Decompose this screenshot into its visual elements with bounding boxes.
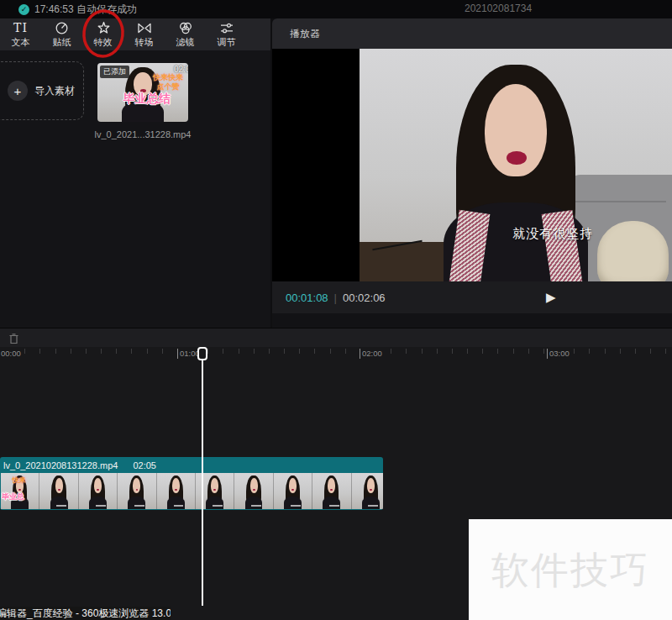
session-id-text: 202102081734	[465, 3, 532, 14]
filmstrip-frame	[352, 473, 383, 509]
timeline-panel: 00:00 01:00 02:00 03:00 lv_0_20210208131…	[0, 328, 672, 620]
track-clip-header: lv_0_20210208131228.mp4 02:05	[0, 457, 383, 473]
tab-adjust-label: 调节	[218, 36, 236, 49]
plus-icon: +	[8, 81, 28, 101]
autosave-status: ✓ 17:46:53 自动保存成功	[18, 0, 137, 18]
tab-adjust[interactable]: 调节	[206, 18, 247, 50]
transition-icon	[137, 21, 152, 35]
filmstrip-frame	[312, 473, 351, 509]
watermark-text: 软件技巧	[491, 545, 649, 596]
filmstrip-frame	[274, 473, 312, 509]
tab-sticker[interactable]: 贴纸	[41, 18, 82, 50]
media-bin: + 导入素材 已添加 02:05 快来快来 点个赞 毕业总结 lv_0_2021…	[0, 50, 270, 328]
track-clip-duration: 02:05	[133, 460, 156, 470]
tab-filter-label: 滤镜	[176, 36, 195, 49]
filter-icon	[178, 21, 193, 35]
thumbnail-overlay-caption: 快来快来 点个赞	[153, 73, 183, 92]
added-badge: 已添加	[100, 66, 129, 78]
watermark-box: 软件技巧	[469, 519, 672, 620]
player-title: 播放器	[290, 27, 320, 41]
player-controls: 00:01:08 | 00:02:06 ▶	[272, 281, 672, 313]
tab-transition-label: 转场	[135, 36, 154, 49]
filmstrip-overlay-title: 毕业总	[2, 491, 24, 502]
filmstrip-frame	[157, 473, 196, 509]
total-time: 00:02:06	[343, 292, 386, 304]
filmstrip-frame	[39, 473, 78, 509]
play-button[interactable]: ▶	[546, 281, 556, 313]
tab-transition[interactable]: 转场	[123, 18, 165, 50]
video-preview[interactable]: 就没有很坚持	[360, 49, 672, 281]
player-header: 播放器	[272, 18, 672, 49]
filmstrip-overlay-caption: 快来	[13, 476, 26, 485]
asset-toolbar: TI 文本 贴纸 特效 转场 滤镜	[0, 18, 270, 51]
filmstrip-frame	[234, 473, 273, 509]
window-title-text: 编辑器_百度经验 - 360极速浏览器 13.0	[0, 607, 171, 620]
video-track-clip[interactable]: lv_0_20210208131228.mp4 02:05 快来 毕业总	[0, 457, 383, 510]
pillow-shape	[597, 221, 669, 281]
current-time: 00:01:08	[286, 292, 328, 304]
time-separator: |	[334, 292, 337, 304]
playhead-handle[interactable]	[197, 347, 207, 360]
timeline-ruler[interactable]: 00:00 01:00 02:00 03:00	[0, 347, 672, 362]
media-clip-filename: lv_0_2021...31228.mp4	[94, 129, 192, 139]
autosave-message: 17:46:53 自动保存成功	[34, 3, 137, 17]
taskbar-window-title: 编辑器_百度经验 - 360极速浏览器 13.0	[0, 607, 171, 620]
tab-effects-label: 特效	[94, 36, 113, 49]
ruler-label-0200: 02:00	[360, 349, 385, 359]
ruler-label-0300: 03:00	[547, 349, 572, 359]
media-clip-thumbnail[interactable]: 已添加 02:05 快来快来 点个赞 毕业总结	[97, 63, 188, 122]
timeline-toolbar	[0, 328, 672, 347]
tab-effects[interactable]: 特效	[82, 18, 123, 50]
filmstrip: 快来 毕业总	[1, 473, 382, 509]
ruler-label-0000: 00:00	[0, 349, 24, 359]
autosave-check-icon: ✓	[18, 4, 29, 15]
text-icon: TI	[13, 21, 28, 35]
effects-star-icon	[96, 21, 111, 35]
trash-icon	[8, 332, 20, 345]
tab-sticker-label: 贴纸	[53, 36, 71, 49]
tab-filter[interactable]: 滤镜	[165, 18, 206, 50]
tab-text[interactable]: TI 文本	[0, 18, 41, 50]
thumbnail-overlay-title: 毕业总结	[123, 92, 170, 107]
delete-clip-button[interactable]	[6, 331, 21, 346]
adjust-icon	[219, 21, 234, 35]
top-status-bar: ✓ 17:46:53 自动保存成功 202102081734	[0, 0, 672, 18]
time-display: 00:01:08 | 00:02:06	[286, 292, 386, 304]
import-material-label: 导入素材	[34, 84, 75, 98]
playhead-line[interactable]	[202, 349, 203, 606]
import-material-button[interactable]: + 导入素材	[0, 61, 84, 120]
video-stage: 就没有很坚持	[272, 49, 672, 281]
player-panel: 播放器 就没有很坚持 00:01:08 | 00:02:06 ▶	[272, 18, 672, 328]
track-clip-filename: lv_0_20210208131228.mp4	[3, 460, 118, 470]
sofa-seam	[572, 201, 666, 202]
filmstrip-frame	[79, 473, 118, 509]
tab-text-label: 文本	[12, 36, 30, 49]
filmstrip-frame: 快来 毕业总	[1, 473, 39, 509]
sticker-icon	[55, 21, 69, 35]
filmstrip-frame	[118, 473, 156, 509]
asset-panel: TI 文本 贴纸 特效 转场 滤镜	[0, 18, 270, 328]
video-subtitle: 就没有很坚持	[512, 226, 593, 242]
ruler-ticks	[9, 349, 672, 354]
